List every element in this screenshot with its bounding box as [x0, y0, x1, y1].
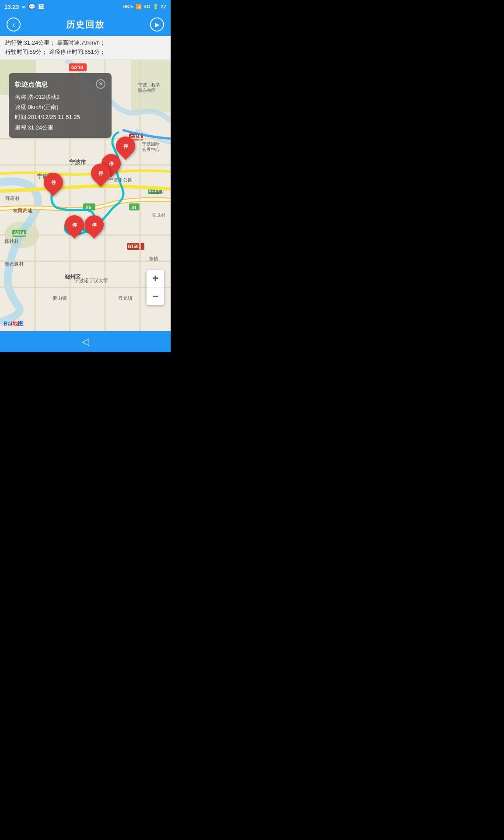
popup-box: 轨迹点信息 ✕ 名称:浩-012移动2 速度:0km/h(正南) 时间:2014…: [9, 73, 112, 138]
svg-text:会展中心: 会展中心: [142, 147, 160, 152]
info-line1: 约行驶:31.24公里； 最高时速:79km/h；: [5, 38, 165, 48]
zoom-in-button[interactable]: +: [147, 270, 164, 287]
stop-marker-6[interactable]: 停: [44, 173, 63, 196]
plus-icon: +: [152, 272, 158, 284]
bottom-bar: ◁: [0, 331, 171, 352]
icon-message: 💬: [28, 4, 35, 10]
svg-text:翻石渡村: 翻石渡村: [4, 261, 24, 266]
popup-mileage: 里程:31.24公里: [15, 122, 105, 133]
svg-text:宁波里公园: 宁波里公园: [108, 177, 133, 182]
svg-text:院东校区: 院东校区: [138, 88, 156, 93]
network-speed: 0K/s: [123, 4, 133, 9]
nav-bar: ‹ 历史回放 ▶: [0, 13, 171, 36]
svg-text:栎社村: 栎社村: [4, 238, 19, 244]
popup-time: 时间:2014/12/25 11:51:25: [15, 112, 105, 122]
battery-icon: 🔋: [153, 4, 159, 10]
svg-text:宁波工程学: 宁波工程学: [138, 82, 160, 87]
stop-marker-3[interactable]: 停: [91, 164, 110, 186]
map-container[interactable]: S5 S1 S214 S215 G329 G1501: [0, 60, 171, 331]
svg-text:宁波诺丁汉大学: 宁波诺丁汉大学: [74, 278, 108, 283]
svg-text:S1: S1: [131, 205, 137, 210]
info-bar: 约行驶:31.24公里； 最高时速:79km/h； 行驶时间:59分； 途径停止…: [0, 36, 171, 60]
popup-speed: 速度:0km/h(正南): [15, 102, 105, 112]
svg-text:薛家村: 薛家村: [5, 196, 20, 201]
svg-text:回龙村: 回龙村: [152, 213, 165, 217]
svg-text:杭甬高速: 杭甬高速: [13, 208, 32, 213]
icon-image: 🖼: [38, 4, 44, 10]
close-icon: ✕: [98, 79, 103, 89]
stop-marker-5[interactable]: 停: [84, 215, 104, 238]
svg-text:沈家村: 沈家村: [151, 189, 164, 194]
svg-text:姜山镇: 姜山镇: [52, 295, 67, 301]
play-button[interactable]: ▶: [150, 18, 164, 32]
popup-name: 名称:浩-012移动2: [15, 92, 105, 102]
back-icon: ◁: [82, 336, 89, 347]
back-button[interactable]: ‹: [7, 18, 21, 32]
svg-text:东钱: 东钱: [149, 256, 158, 261]
wifi-icon: 📶: [136, 4, 142, 10]
zoom-out-button[interactable]: −: [147, 287, 164, 305]
bottom-back-button[interactable]: ◁: [82, 336, 89, 347]
svg-text:宁波国际: 宁波国际: [142, 141, 160, 146]
svg-text:宁波市: 宁波市: [69, 159, 87, 165]
svg-text:G210: G210: [71, 65, 83, 70]
svg-text:G1501: G1501: [128, 244, 141, 249]
popup-close-button[interactable]: ✕: [96, 79, 105, 89]
stop-marker-4[interactable]: 停: [65, 215, 84, 238]
minus-icon: −: [152, 290, 158, 302]
popup-header: 轨迹点信息 ✕: [15, 78, 105, 90]
battery-level: 27: [161, 4, 166, 9]
time: 13:23: [4, 4, 19, 10]
status-right: 0K/s 📶 4G 🔋 27: [123, 4, 166, 10]
info-line2: 行驶时间:59分； 途径停止时间:651分；: [5, 48, 165, 57]
status-bar: 13:23 ∞ 💬 🖼 0K/s 📶 4G 🔋 27: [0, 0, 171, 13]
page-title: 历史回放: [66, 19, 105, 31]
status-left: 13:23 ∞ 💬 🖼: [4, 4, 44, 10]
zoom-controls: + −: [147, 270, 164, 305]
popup-title: 轨迹点信息: [15, 78, 48, 90]
baidu-logo: Bai地图: [4, 320, 24, 328]
icon-infinity: ∞: [21, 4, 25, 10]
4g-icon: 4G: [144, 4, 150, 9]
svg-text:云龙镇: 云龙镇: [118, 295, 133, 301]
